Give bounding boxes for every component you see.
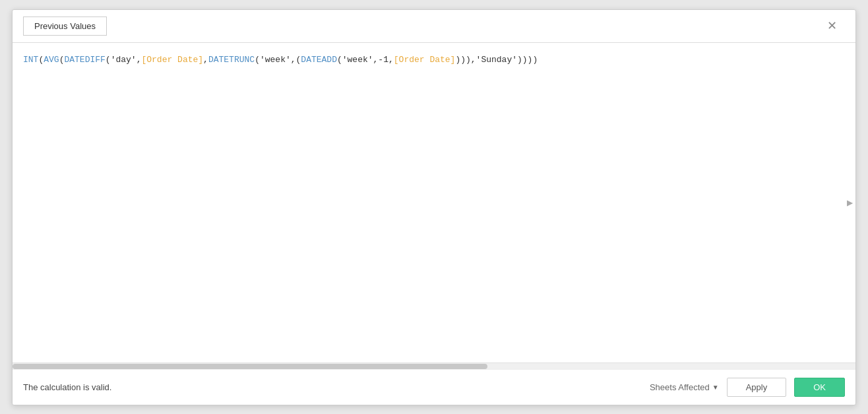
calculation-dialog: Previous Values ✕ INT(AVG(DATEDIFF('day'…: [12, 9, 856, 405]
formula-order-date-1: [Order Date]: [141, 55, 203, 65]
footer-actions: Sheets Affected ▼ Apply OK: [650, 378, 845, 397]
apply-button[interactable]: Apply: [727, 378, 787, 397]
formula-datetrunc-args: ('week',(: [255, 55, 301, 65]
formula-datediff-args: ('day',: [106, 55, 142, 65]
formula-part-dateadd: DATEADD: [301, 55, 337, 65]
formula-order-date-2: [Order Date]: [394, 55, 456, 65]
formula-part-avg: AVG: [44, 55, 59, 65]
scrollbar-thumb: [13, 364, 487, 369]
sheets-affected-button[interactable]: Sheets Affected ▼: [650, 382, 719, 392]
close-button[interactable]: ✕: [822, 17, 842, 34]
formula-part-datetrunc: DATETRUNC: [208, 55, 255, 65]
formula-closing: ))),'Sunday')))): [455, 55, 538, 65]
dialog-title: Previous Values: [23, 17, 107, 36]
sheets-affected-label: Sheets Affected: [650, 382, 710, 392]
formula-part-datediff: DATEDIFF: [64, 55, 105, 65]
ok-button[interactable]: OK: [794, 378, 845, 397]
validation-status: The calculation is valid.: [23, 382, 111, 392]
formula-part-int: INT: [23, 55, 38, 65]
chevron-down-icon: ▼: [712, 384, 719, 391]
dialog-header: Previous Values ✕: [13, 10, 855, 43]
formula-comma: ,: [203, 55, 208, 65]
horizontal-scrollbar[interactable]: [13, 362, 855, 369]
dialog-footer: The calculation is valid. Sheets Affecte…: [13, 369, 855, 405]
scroll-right-arrow: ▶: [847, 198, 853, 207]
dialog-body: INT(AVG(DATEDIFF('day',[Order Date],DATE…: [13, 43, 855, 362]
formula-editor[interactable]: INT(AVG(DATEDIFF('day',[Order Date],DATE…: [23, 53, 837, 67]
formula-dateadd-args: ('week',-1,: [337, 55, 394, 65]
